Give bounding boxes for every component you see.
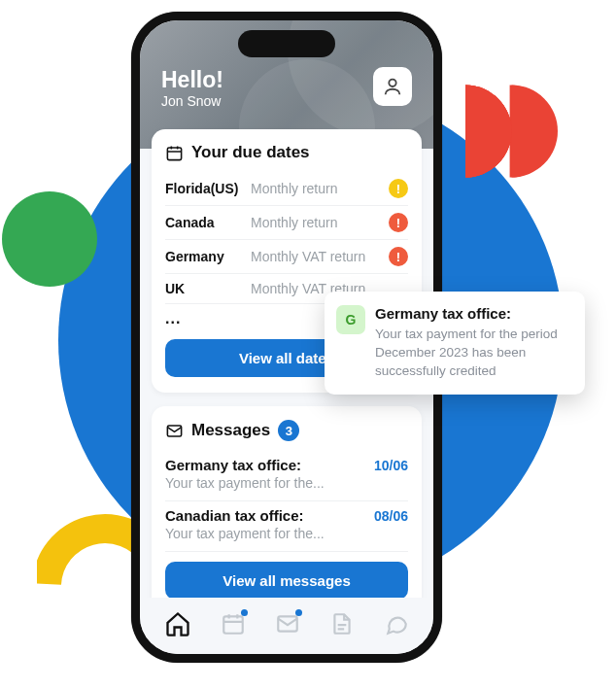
due-dates-title-row: Your due dates [165, 143, 408, 162]
due-date-row[interactable]: Germany Monthly VAT return ! [165, 240, 408, 274]
message-preview: Your tax payment for the... [165, 526, 408, 541]
nav-home[interactable] [160, 606, 195, 645]
nav-documents[interactable] [325, 607, 359, 644]
alert-icon: ! [389, 247, 408, 266]
message-sender: Germany tax office: [165, 457, 301, 473]
message-sender: Canadian tax office: [165, 507, 304, 524]
background-green-shape [2, 190, 97, 288]
svg-rect-7 [223, 616, 243, 633]
due-desc: Monthly VAT return [251, 249, 389, 264]
message-preview: Your tax payment for the... [165, 475, 408, 491]
due-date-row[interactable]: Canada Monthly return ! [165, 206, 408, 240]
toast-content: Germany tax office: Your tax payment for… [375, 305, 571, 381]
toast-body: Your tax payment for the period December… [375, 326, 571, 381]
due-desc: Monthly return [251, 215, 389, 230]
toast-avatar: G [336, 305, 365, 334]
nav-chat[interactable] [380, 607, 413, 644]
message-item[interactable]: Germany tax office: 10/06 Your tax payme… [165, 451, 408, 501]
profile-button[interactable] [373, 67, 412, 106]
nav-messages[interactable] [271, 607, 304, 644]
due-date-row[interactable]: Florida(US) Monthly return ! [165, 172, 408, 206]
chat-icon [384, 611, 409, 636]
mail-icon [165, 422, 184, 440]
messages-count-badge: 3 [278, 420, 299, 441]
due-region: Florida(US) [165, 181, 251, 196]
calendar-icon [165, 144, 184, 162]
document-icon [329, 611, 355, 636]
background-red-shape [465, 83, 558, 180]
warning-icon: ! [389, 179, 408, 198]
nav-calendar[interactable] [217, 607, 250, 644]
user-icon [382, 76, 403, 97]
greeting: Hello! Jon Snow [161, 67, 223, 109]
due-region: UK [165, 281, 251, 296]
messages-title: Messages [191, 421, 270, 440]
due-region: Canada [165, 215, 251, 230]
messages-title-row: Messages 3 [165, 420, 408, 441]
messages-card: Messages 3 Germany tax office: 10/06 You… [152, 406, 422, 615]
phone-notch [238, 30, 335, 57]
bottom-nav [140, 598, 433, 654]
alert-icon: ! [389, 213, 408, 232]
notification-toast[interactable]: G Germany tax office: Your tax payment f… [325, 292, 585, 395]
due-region: Germany [165, 249, 251, 264]
notification-dot [241, 609, 248, 616]
greeting-hello: Hello! [161, 67, 223, 93]
home-icon [164, 610, 191, 637]
due-dates-title: Your due dates [191, 143, 310, 162]
notification-dot [295, 609, 302, 616]
due-desc: Monthly return [251, 181, 389, 196]
toast-title: Germany tax office: [375, 305, 571, 322]
svg-point-1 [389, 80, 395, 86]
message-date: 08/06 [374, 508, 408, 524]
message-item[interactable]: Canadian tax office: 08/06 Your tax paym… [165, 501, 408, 552]
svg-rect-2 [167, 147, 181, 159]
view-all-messages-button[interactable]: View all messages [165, 562, 408, 600]
message-date: 10/06 [374, 458, 408, 473]
greeting-username: Jon Snow [161, 93, 223, 109]
